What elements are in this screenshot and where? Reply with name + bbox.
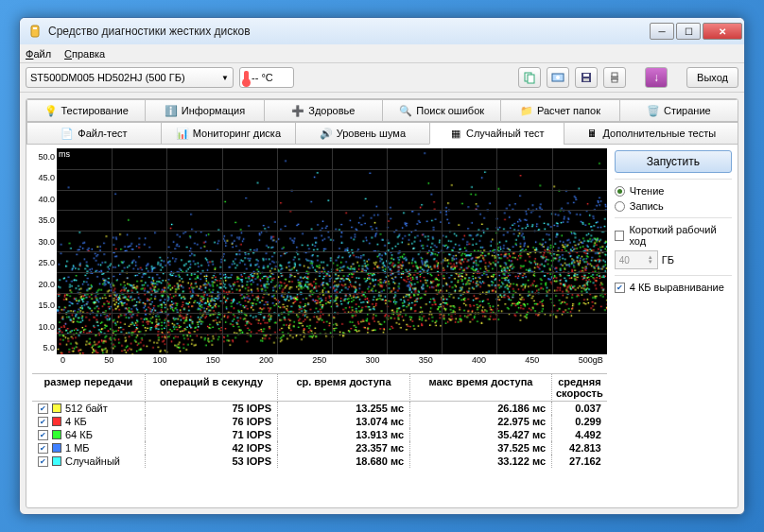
tabs-primary: 💡Тестирование ℹ️Информация ➕Здоровье 🔍По… xyxy=(26,99,738,122)
color-swatch xyxy=(52,417,61,426)
speaker-icon: 🔊 xyxy=(320,127,333,140)
radio-icon xyxy=(615,201,625,212)
tab-body: 50.045.040.035.030.025.020.015.010.05.0 … xyxy=(26,145,738,507)
svg-rect-1 xyxy=(33,27,37,29)
tabs-secondary: 📄Файл-тест 📊Мониторинг диска 🔊Уровень шу… xyxy=(26,122,738,145)
svg-rect-0 xyxy=(31,26,39,37)
drive-select-text: ST500DM005 HD502HJ (500 ГБ) xyxy=(30,72,185,83)
results-table: размер передачи операций в секунду ср. в… xyxy=(32,373,607,468)
row-checkbox[interactable]: ✔ xyxy=(38,456,48,467)
app-icon xyxy=(27,24,43,39)
row-checkbox[interactable]: ✔ xyxy=(38,417,48,427)
color-swatch xyxy=(52,403,61,413)
col-avg: ср. время доступа xyxy=(278,374,410,402)
table-row: ✔1 МБ42 IOPS23.357 мс37.525 мс42.813 xyxy=(32,441,607,455)
table-row: ✔64 КБ71 IOPS13.913 мс35.427 мс4.492 xyxy=(32,428,607,441)
file-icon: 📄 xyxy=(61,127,74,140)
exit-button[interactable]: Выход xyxy=(686,67,738,88)
svg-rect-8 xyxy=(583,78,589,81)
toolbar: ST500DM005 HD502HJ (500 ГБ) ▼ -- °C ↓ Вы… xyxy=(20,63,744,93)
print-button[interactable] xyxy=(603,67,626,88)
titlebar: Средство диагностики жестких дисков ─ ☐ … xyxy=(20,18,744,44)
svg-rect-7 xyxy=(583,74,589,77)
size-spinner[interactable]: 40 ▲▼ xyxy=(615,250,658,269)
spinner-arrows-icon: ▲▼ xyxy=(648,255,653,265)
chart-area: 50.045.040.035.030.025.020.015.010.05.0 … xyxy=(32,148,607,368)
copy-button[interactable] xyxy=(518,67,541,88)
row-checkbox[interactable]: ✔ xyxy=(38,430,48,440)
col-size: размер передачи xyxy=(32,374,146,402)
menu-file[interactable]: Файл xyxy=(26,48,51,60)
calc-icon: 🖩 xyxy=(586,127,599,140)
tab-info[interactable]: ℹ️Информация xyxy=(145,99,264,122)
table-header: размер передачи операций в секунду ср. в… xyxy=(32,374,607,402)
radio-icon xyxy=(615,186,625,197)
tab-health[interactable]: ➕Здоровье xyxy=(264,99,383,122)
random-icon: ▦ xyxy=(449,127,462,140)
tab-folders[interactable]: 📁Расчет папок xyxy=(500,99,619,122)
close-button[interactable]: ✕ xyxy=(703,23,742,40)
y-axis: 50.045.040.035.030.025.020.015.010.05.0 xyxy=(32,148,57,368)
folder-icon: 📁 xyxy=(520,104,533,117)
temperature-value: -- °C xyxy=(252,72,273,83)
size-value: 40 xyxy=(619,255,630,266)
color-swatch xyxy=(52,430,61,439)
check-4k-align[interactable]: ✔4 КБ выравнивание xyxy=(615,282,732,293)
scatter-plot: ms xyxy=(57,148,607,354)
row-label: 512 байт xyxy=(65,403,108,414)
table-row: ✔512 байт75 IOPS13.255 мс26.186 мс0.037 xyxy=(32,402,607,415)
row-label: 4 КБ xyxy=(65,416,87,427)
menu-help[interactable]: Справка xyxy=(64,48,105,60)
tab-monitoring[interactable]: 📊Мониторинг диска xyxy=(161,122,296,145)
row-label: 1 МБ xyxy=(65,442,90,454)
tab-noise[interactable]: 🔊Уровень шума xyxy=(295,122,430,145)
checkbox-icon xyxy=(615,231,625,241)
health-icon: ➕ xyxy=(291,104,304,117)
check-short-stroke[interactable]: Короткий рабочий ход xyxy=(615,224,732,247)
info-icon: ℹ️ xyxy=(165,104,178,117)
minimize-button[interactable]: ─ xyxy=(650,23,674,40)
table-row: ✔4 КБ76 IOPS13.074 мс22.975 мс0.299 xyxy=(32,415,607,428)
tab-erase[interactable]: 🗑️Стирание xyxy=(619,99,738,122)
svg-rect-10 xyxy=(612,73,617,77)
bulb-icon: 💡 xyxy=(44,104,58,117)
tab-testing[interactable]: 💡Тестирование xyxy=(26,99,146,122)
maximize-button[interactable]: ☐ xyxy=(676,23,701,40)
color-swatch xyxy=(52,456,61,466)
drive-select[interactable]: ST500DM005 HD502HJ (500 ГБ) ▼ xyxy=(26,67,234,88)
svg-point-5 xyxy=(556,76,560,79)
run-button[interactable]: Запустить xyxy=(615,150,732,173)
app-window: Средство диагностики жестких дисков ─ ☐ … xyxy=(19,17,745,515)
y-unit-label: ms xyxy=(59,149,70,159)
tab-errors[interactable]: 🔍Поиск ошибок xyxy=(382,99,501,122)
col-speed: средняя скорость xyxy=(552,374,607,402)
checkbox-icon: ✔ xyxy=(615,283,625,293)
menubar: Файл Справка xyxy=(20,44,744,63)
svg-rect-11 xyxy=(612,79,617,82)
radio-read[interactable]: Чтение xyxy=(615,185,732,197)
search-icon: 🔍 xyxy=(399,104,412,117)
row-checkbox[interactable]: ✔ xyxy=(38,403,48,414)
temperature-display: -- °C xyxy=(239,67,294,88)
screenshot-button[interactable] xyxy=(547,67,569,88)
col-iops: операций в секунду xyxy=(146,374,278,402)
chart-icon: 📊 xyxy=(176,127,189,140)
col-max: макс время доступа xyxy=(410,374,552,402)
color-swatch xyxy=(52,443,61,453)
tab-random-test[interactable]: ▦Случайный тест xyxy=(429,122,564,145)
content-area: 💡Тестирование ℹ️Информация ➕Здоровье 🔍По… xyxy=(26,98,738,508)
tab-file-test[interactable]: 📄Файл-тест xyxy=(26,122,162,145)
save-button[interactable] xyxy=(575,67,598,88)
action-button[interactable]: ↓ xyxy=(645,67,668,88)
tab-extra-tests[interactable]: 🖩Дополнительные тесты xyxy=(564,122,738,145)
window-buttons: ─ ☐ ✕ xyxy=(650,23,742,40)
row-label: 64 КБ xyxy=(65,429,93,440)
sidebar-panel: Запустить Чтение Запись Короткий рабочий… xyxy=(615,148,732,502)
trash-icon: 🗑️ xyxy=(647,104,660,117)
svg-rect-3 xyxy=(528,75,534,83)
window-title: Средство диагностики жестких дисков xyxy=(48,25,650,38)
row-checkbox[interactable]: ✔ xyxy=(38,443,48,454)
row-label: Случайный xyxy=(65,455,120,467)
table-row: ✔Случайный53 IOPS18.680 мс33.122 мс27.16… xyxy=(32,455,607,468)
radio-write[interactable]: Запись xyxy=(615,200,732,212)
